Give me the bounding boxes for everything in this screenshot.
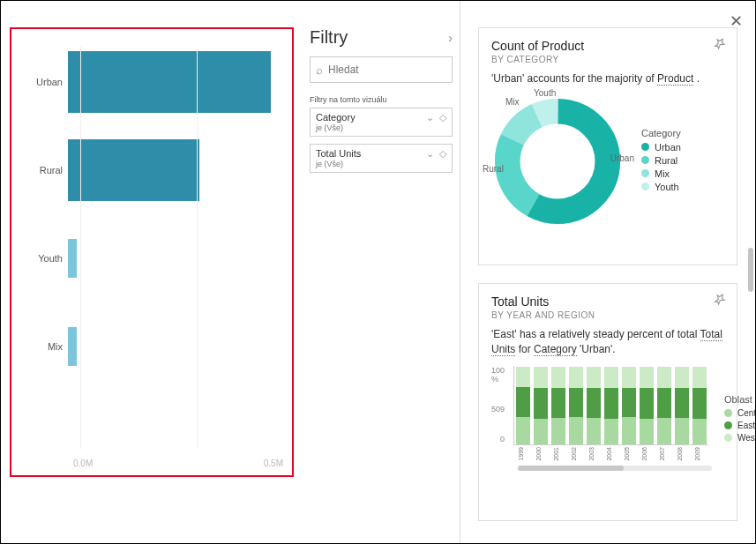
xtick: 0.5M [264, 458, 283, 468]
legend-item[interactable]: Urban [641, 142, 681, 153]
bar-segment [587, 418, 601, 444]
stacked-bar[interactable] [604, 367, 618, 444]
ytick: 509 [491, 405, 505, 414]
bar-segment [516, 367, 530, 388]
card-title: Total Units [491, 294, 724, 309]
stacked-bar[interactable] [551, 367, 565, 444]
filter-card[interactable]: Categoryje (Vše)⌄◇ [310, 108, 453, 137]
stacked-bar[interactable] [657, 367, 671, 444]
legend-item[interactable]: West [724, 433, 755, 443]
legend-swatch [641, 143, 649, 151]
bar-row: Youth [20, 223, 283, 294]
legend-swatch [641, 156, 649, 164]
xtick: 2007 [659, 447, 673, 461]
stacked-bar[interactable] [622, 367, 636, 444]
bar-segment [692, 367, 707, 389]
filters-header: Filtry › [310, 27, 453, 48]
bar[interactable] [68, 139, 199, 201]
xtick: 2006 [641, 447, 655, 461]
xtick: 2000 [535, 447, 550, 461]
chevron-right-icon[interactable]: › [448, 31, 453, 45]
pin-icon[interactable] [714, 293, 726, 308]
stacked-bars [513, 366, 708, 445]
legend-label: Youth [655, 182, 679, 192]
bar-segment [657, 418, 671, 444]
chevron-down-icon[interactable]: ⌄ [426, 112, 434, 123]
filters-search[interactable]: ⌕ [310, 56, 453, 83]
text: . [693, 72, 700, 85]
xtick: 2008 [677, 447, 691, 461]
bar-segment [640, 388, 654, 418]
xtick: 2002 [571, 447, 585, 461]
x-axis: 1999200020012002200320042005200620072008… [518, 447, 724, 461]
gridline [80, 47, 81, 449]
pin-icon[interactable] [714, 37, 726, 52]
legend-item[interactable]: Youth [641, 182, 681, 192]
scrollbar[interactable] [748, 248, 753, 292]
bar-segment [692, 419, 707, 444]
bar-segment [569, 388, 583, 417]
stacked-bar[interactable] [692, 367, 707, 444]
card-subtitle: BY CATEGORY [491, 55, 724, 64]
bar-segment [569, 367, 583, 389]
xtick: 2009 [694, 447, 708, 461]
horizontal-scrollbar[interactable] [518, 466, 712, 471]
text: for [515, 343, 534, 355]
bar-segment [622, 417, 636, 444]
bar[interactable] [68, 327, 77, 366]
stacked-chart[interactable]: 100 % 509 0 Oblast CentralEastWest [491, 366, 724, 445]
legend-label: Rural [655, 155, 677, 166]
bar-chart-frame[interactable]: UrbanRuralYouthMix 0.0M 0.5M [10, 27, 294, 477]
eraser-icon[interactable]: ◇ [439, 148, 446, 160]
legend-label: Urban [655, 142, 681, 153]
insight-link[interactable]: Category [534, 343, 577, 356]
legend-swatch [724, 421, 732, 429]
bar-segment [551, 418, 565, 444]
legend-title: Category [641, 128, 681, 138]
legend-item[interactable]: Rural [641, 155, 681, 166]
stacked-bar[interactable] [569, 367, 583, 444]
stacked-bar[interactable] [675, 367, 689, 444]
bar[interactable] [68, 239, 77, 278]
legend-item[interactable]: Mix [641, 168, 681, 179]
xtick: 2004 [606, 447, 620, 461]
bar-segment [604, 388, 618, 418]
bar-segment [657, 367, 671, 389]
bar-row: Rural [20, 135, 283, 205]
card-subtitle: BY YEAR AND REGION [491, 310, 724, 320]
donut-wrap: Urban Rural Mix Youth Category UrbanRura… [491, 95, 724, 227]
slice-label: Rural [483, 164, 504, 174]
filter-card[interactable]: Total Unitsje (Vše)⌄◇ [310, 144, 453, 173]
bar-label: Youth [20, 253, 68, 264]
bar-label: Urban [20, 77, 68, 87]
stacked-bar[interactable] [534, 367, 548, 444]
bar-segment [551, 388, 565, 417]
ytick: 0 [500, 435, 505, 443]
search-input[interactable] [328, 63, 460, 76]
insight-card-donut: Count of Product BY CATEGORY 'Urban' acc… [478, 27, 737, 265]
donut-chart[interactable]: Urban Rural Mix Youth [491, 95, 624, 227]
eraser-icon[interactable]: ◇ [439, 112, 446, 123]
legend-swatch [641, 183, 649, 190]
slice-label: Urban [610, 153, 634, 163]
legend-label: Mix [655, 168, 670, 179]
bar[interactable] [68, 51, 271, 113]
bar-label: Mix [20, 341, 68, 352]
chevron-down-icon[interactable]: ⌄ [426, 148, 434, 160]
donut-legend: Category UrbanRuralMixYouth [641, 128, 681, 195]
bar-segment [675, 418, 689, 444]
legend-label: Central [737, 408, 755, 418]
filter-value: je (Vše) [316, 160, 446, 168]
legend-item[interactable]: Central [724, 408, 755, 418]
text: 'Urban'. [577, 343, 616, 355]
insights-column: Count of Product BY CATEGORY 'Urban' acc… [460, 1, 755, 543]
xtick: 2005 [624, 447, 638, 461]
stacked-bar[interactable] [640, 367, 654, 444]
main-visual-column: UrbanRuralYouthMix 0.0M 0.5M [1, 1, 303, 543]
stacked-bar[interactable] [516, 367, 530, 444]
insight-link[interactable]: Product [657, 72, 693, 86]
text: 'Urban' accounts for the majority of [491, 72, 657, 85]
bar-segment [534, 419, 548, 444]
legend-item[interactable]: East [724, 421, 755, 430]
stacked-bar[interactable] [587, 367, 601, 444]
